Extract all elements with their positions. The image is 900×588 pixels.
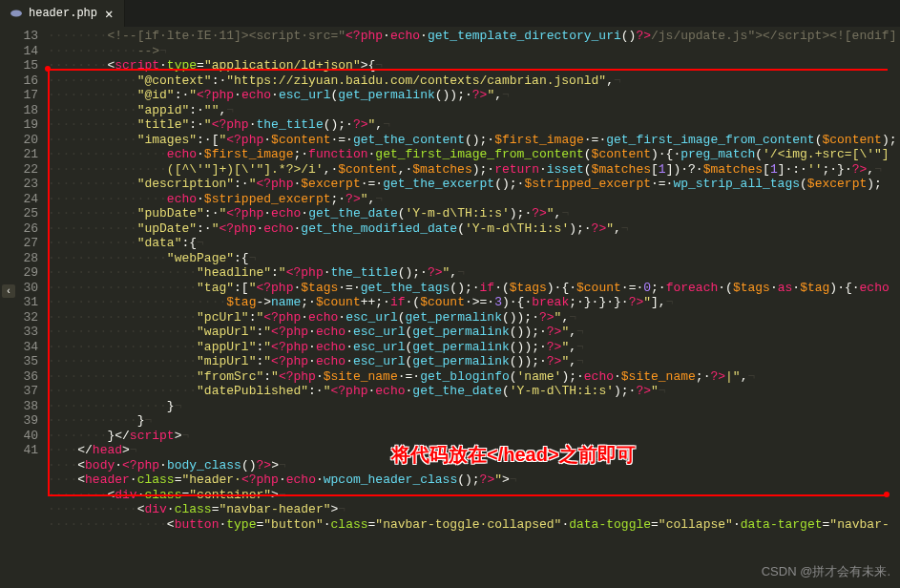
tab-header-php[interactable]: header.php ✕ bbox=[0, 0, 125, 27]
annotation-dot bbox=[884, 492, 890, 497]
close-icon[interactable]: ✕ bbox=[103, 6, 115, 22]
watermark: CSDN @拼才会有未来. bbox=[762, 563, 890, 580]
code-area[interactable]: ········<!--[if·lte·IE·11]><script·src="… bbox=[48, 27, 900, 588]
annotation-dot bbox=[45, 66, 51, 72]
annotation-text: 将代码放在</head>之前即可 bbox=[391, 442, 636, 468]
editor[interactable]: 1314151617181920212223242526272829303132… bbox=[0, 27, 900, 588]
tab-bar: header.php ✕ bbox=[0, 0, 900, 27]
php-file-icon bbox=[10, 7, 23, 20]
annotation-line bbox=[48, 69, 888, 71]
tab-title: header.php bbox=[29, 7, 97, 20]
line-numbers: 1314151617181920212223242526272829303132… bbox=[0, 27, 48, 588]
svg-point-0 bbox=[10, 10, 22, 17]
fold-indicator[interactable]: ‹ bbox=[2, 284, 15, 298]
annotation-line bbox=[48, 494, 888, 496]
annotation-line bbox=[48, 69, 50, 494]
